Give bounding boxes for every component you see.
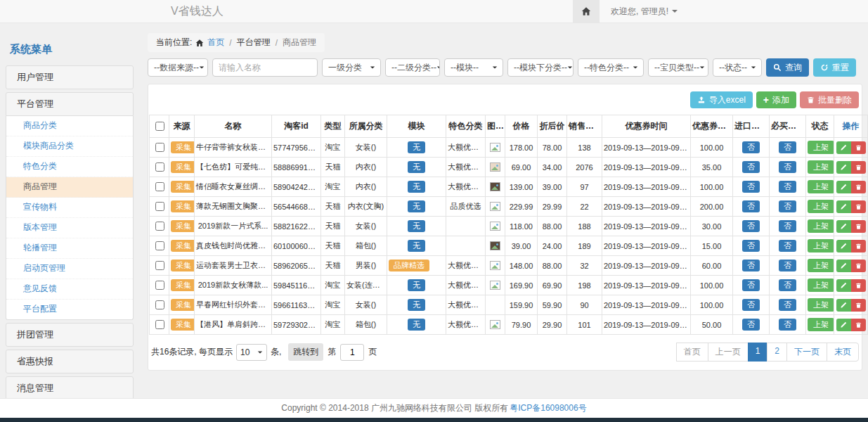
- status-button[interactable]: 上架: [808, 259, 834, 272]
- sidebar-subitem[interactable]: 模块商品分类: [6, 136, 133, 157]
- add-button[interactable]: + 添加: [756, 91, 796, 108]
- import-select-toggle[interactable]: 否: [742, 161, 760, 174]
- status-button[interactable]: 上架: [808, 200, 834, 213]
- edit-button[interactable]: [836, 141, 851, 154]
- row-checkbox[interactable]: [155, 261, 164, 270]
- filter-select[interactable]: --宝贝类型--: [648, 58, 708, 77]
- sidebar-item[interactable]: 消息管理: [6, 376, 134, 399]
- sidebar-subitem[interactable]: 启动页管理: [6, 259, 133, 279]
- filter-select[interactable]: --二级分类--: [385, 58, 440, 77]
- status-button[interactable]: 上架: [808, 298, 834, 312]
- import-excel-button[interactable]: 导入excel: [690, 91, 753, 108]
- page-number-input[interactable]: [340, 344, 364, 361]
- pager-button[interactable]: 上一页: [708, 343, 749, 362]
- edit-button[interactable]: [836, 319, 851, 331]
- edit-button[interactable]: [836, 181, 851, 193]
- status-button[interactable]: 上架: [808, 141, 834, 154]
- delete-button[interactable]: [851, 240, 866, 252]
- row-checkbox[interactable]: [155, 222, 164, 231]
- status-button[interactable]: 上架: [808, 239, 834, 252]
- jump-button[interactable]: 跳转到: [288, 343, 323, 361]
- per-page-select[interactable]: 10: [236, 344, 267, 361]
- row-checkbox[interactable]: [155, 202, 164, 211]
- user-menu[interactable]: 欢迎您, 管理员!: [600, 6, 682, 18]
- select-all-checkbox[interactable]: [155, 122, 164, 131]
- delete-button[interactable]: [851, 220, 866, 233]
- delete-button[interactable]: [851, 279, 866, 292]
- must-buy-toggle[interactable]: 否: [779, 240, 796, 252]
- filter-select[interactable]: --特色分类--: [578, 58, 644, 77]
- status-button[interactable]: 上架: [808, 318, 834, 331]
- import-select-toggle[interactable]: 否: [742, 279, 760, 292]
- edit-button[interactable]: [836, 200, 851, 213]
- row-checkbox[interactable]: [155, 241, 164, 250]
- delete-button[interactable]: [851, 181, 866, 193]
- edit-button[interactable]: [836, 260, 851, 272]
- batch-delete-button[interactable]: 批量删除: [800, 91, 859, 108]
- edit-button[interactable]: [836, 279, 851, 292]
- name-search-input[interactable]: [212, 58, 318, 77]
- status-button[interactable]: 上架: [808, 279, 834, 292]
- must-buy-toggle[interactable]: 否: [779, 319, 796, 331]
- delete-button[interactable]: [851, 141, 866, 154]
- icp-link[interactable]: 粤ICP备16098006号: [510, 402, 586, 414]
- filter-select[interactable]: --状态--: [713, 58, 762, 77]
- row-checkbox[interactable]: [155, 143, 164, 152]
- edit-button[interactable]: [836, 240, 851, 252]
- delete-button[interactable]: [851, 161, 866, 174]
- sidebar-subitem[interactable]: 轮播管理: [6, 238, 133, 259]
- import-select-toggle[interactable]: 否: [742, 141, 760, 154]
- pager-button[interactable]: 下一页: [786, 343, 827, 362]
- row-checkbox[interactable]: [155, 281, 164, 290]
- import-select-toggle[interactable]: 否: [742, 319, 760, 331]
- reset-button[interactable]: 重置: [813, 58, 856, 77]
- delete-button[interactable]: [851, 299, 866, 312]
- delete-button[interactable]: [851, 200, 866, 213]
- data-source-select[interactable]: --数据来源--: [148, 58, 208, 77]
- must-buy-toggle[interactable]: 否: [779, 141, 796, 154]
- must-buy-toggle[interactable]: 否: [779, 200, 796, 213]
- sidebar-subitem[interactable]: 意见反馈: [6, 279, 133, 300]
- home-button[interactable]: [573, 0, 600, 23]
- must-buy-toggle[interactable]: 否: [779, 161, 796, 174]
- edit-button[interactable]: [836, 161, 851, 174]
- import-select-toggle[interactable]: 否: [742, 220, 760, 233]
- pager-button[interactable]: 1: [748, 343, 768, 362]
- must-buy-toggle[interactable]: 否: [779, 299, 796, 312]
- import-select-toggle[interactable]: 否: [742, 181, 760, 193]
- import-select-toggle[interactable]: 否: [742, 260, 760, 272]
- sidebar-subitem[interactable]: 商品管理: [6, 177, 133, 198]
- sidebar-item[interactable]: 省惠快报: [6, 350, 134, 373]
- pager-button[interactable]: 2: [767, 343, 787, 362]
- sidebar-subitem[interactable]: 特色分类: [6, 157, 133, 177]
- status-button[interactable]: 上架: [808, 219, 834, 233]
- must-buy-toggle[interactable]: 否: [779, 181, 796, 193]
- must-buy-toggle[interactable]: 否: [779, 279, 796, 292]
- must-buy-toggle[interactable]: 否: [779, 260, 796, 272]
- import-select-toggle[interactable]: 否: [742, 200, 760, 213]
- breadcrumb-home-link[interactable]: 首页: [207, 37, 224, 49]
- pager-button[interactable]: 首页: [676, 343, 708, 362]
- delete-button[interactable]: [851, 260, 866, 272]
- sidebar-item-platform[interactable]: 平台管理: [6, 92, 134, 116]
- row-checkbox[interactable]: [155, 162, 164, 172]
- status-button[interactable]: 上架: [808, 180, 834, 193]
- delete-button[interactable]: [851, 319, 866, 331]
- status-button[interactable]: 上架: [808, 160, 834, 174]
- sidebar-item[interactable]: 拼团管理: [6, 323, 134, 347]
- import-select-toggle[interactable]: 否: [742, 299, 760, 312]
- sidebar-item-users[interactable]: 用户管理: [6, 65, 134, 89]
- import-select-toggle[interactable]: 否: [742, 240, 760, 252]
- row-checkbox[interactable]: [155, 182, 164, 191]
- search-button[interactable]: 查询: [766, 58, 809, 77]
- pager-button[interactable]: 末页: [827, 343, 859, 362]
- sidebar-subitem[interactable]: 宣传物料: [6, 198, 133, 218]
- sidebar-subitem[interactable]: 版本管理: [6, 218, 133, 238]
- filter-select[interactable]: 一级分类: [322, 58, 381, 77]
- row-checkbox[interactable]: [155, 320, 164, 329]
- edit-button[interactable]: [836, 299, 851, 312]
- filter-select[interactable]: --模块--: [444, 58, 503, 77]
- filter-select[interactable]: --模块下分类--: [507, 58, 574, 77]
- sidebar-subitem[interactable]: 平台配置: [6, 300, 133, 319]
- edit-button[interactable]: [836, 220, 851, 233]
